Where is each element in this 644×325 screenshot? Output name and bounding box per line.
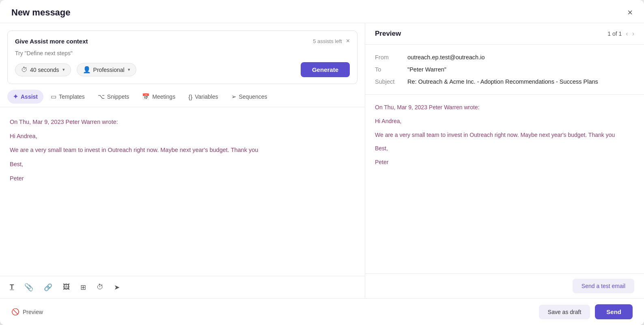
modal-body: Give Assist more context 5 assists left … xyxy=(0,23,644,298)
clock-icon: ⏱ xyxy=(21,66,28,74)
tab-templates[interactable]: ▭ Templates xyxy=(45,90,90,104)
to-row: To "Peter Warren" xyxy=(375,63,634,76)
preview-toggle-button[interactable]: 🚫 Preview xyxy=(11,308,43,316)
person-icon: 👤 xyxy=(83,66,91,74)
tab-meetings[interactable]: 📅 Meetings xyxy=(136,90,181,104)
tab-sequences-label: Sequences xyxy=(239,93,267,100)
sequences-tab-icon: ➢ xyxy=(231,93,237,100)
compose-line3: We are a very small team to invest in Ou… xyxy=(10,145,355,155)
text-format-button[interactable]: T xyxy=(8,282,15,293)
compose-format-toolbar: T 📎 🔗 🖼 ⊞ ⏱ ➤ xyxy=(0,276,365,298)
duration-label: 40 seconds xyxy=(30,67,59,73)
templates-tab-icon: ▭ xyxy=(51,93,56,100)
assist-context-box: Give Assist more context 5 assists left … xyxy=(7,30,358,84)
compose-line1: On Thu, Mar 9, 2023 Peter Warren wrote: xyxy=(10,117,355,127)
preview-title: Preview xyxy=(375,30,401,38)
next-page-button[interactable]: › xyxy=(632,30,634,37)
to-value: "Peter Warren" xyxy=(407,66,634,73)
tab-snippets[interactable]: ⌥ Snippets xyxy=(92,90,135,104)
tone-label: Professional xyxy=(93,67,125,73)
assist-controls: ⏱ 40 seconds ▾ 👤 Professional ▾ Generate xyxy=(15,62,350,77)
compose-line5: Peter xyxy=(10,173,355,184)
attach-file-button[interactable]: 📎 xyxy=(23,281,35,293)
insert-table-button[interactable]: ⊞ xyxy=(79,282,88,293)
assist-tab-icon: ✦ xyxy=(13,93,18,100)
from-value: outreach.ep.test@outreach.io xyxy=(407,54,634,61)
send-later-button[interactable]: ➤ xyxy=(112,282,121,293)
insert-image-button[interactable]: 🖼 xyxy=(61,282,71,293)
tab-sequences[interactable]: ➢ Sequences xyxy=(226,90,273,104)
duration-dropdown[interactable]: ⏱ 40 seconds ▾ xyxy=(15,63,71,76)
insert-link-button[interactable]: 🔗 xyxy=(42,282,54,293)
assist-box-header: Give Assist more context 5 assists left … xyxy=(15,37,350,45)
tab-variables[interactable]: {} Variables xyxy=(183,90,224,104)
image-icon: 🖼 xyxy=(63,283,70,291)
subject-value: Re: Outreach & Acme Inc. - Adoption Reco… xyxy=(407,78,634,85)
tab-meetings-label: Meetings xyxy=(152,93,175,100)
tab-assist-label: Assist xyxy=(21,93,38,100)
save-draft-button[interactable]: Save as draft xyxy=(539,305,590,319)
preview-line5: Peter xyxy=(375,158,634,167)
modal-header: New message × xyxy=(0,0,644,23)
compose-toolbar-tabs: ✦ Assist ▭ Templates ⌥ Snippets 📅 Meetin… xyxy=(0,84,365,107)
assists-left-container: 5 assists left × xyxy=(313,37,350,45)
preview-pagination: 1 of 1 ‹ › xyxy=(607,30,634,37)
tab-assist[interactable]: ✦ Assist xyxy=(7,90,43,104)
from-row: From outreach.ep.test@outreach.io xyxy=(375,51,634,63)
assist-context-input[interactable] xyxy=(15,50,350,56)
compose-line2: Hi Andrea, xyxy=(10,131,355,141)
compose-email-body: On Thu, Mar 9, 2023 Peter Warren wrote: … xyxy=(10,117,355,183)
duration-chevron-icon: ▾ xyxy=(62,67,65,72)
preview-meta: From outreach.ep.test@outreach.io To "Pe… xyxy=(365,45,644,95)
compose-line4: Best, xyxy=(10,159,355,169)
preview-line1: On Thu, Mar 9, 2023 Peter Warren wrote: xyxy=(375,103,634,113)
preview-toggle-label: Preview xyxy=(23,309,43,315)
tab-snippets-label: Snippets xyxy=(107,93,129,100)
link-icon: 🔗 xyxy=(44,283,52,292)
send-test-email-button[interactable]: Send a test email xyxy=(573,279,634,293)
compose-area[interactable]: On Thu, Mar 9, 2023 Peter Warren wrote: … xyxy=(0,107,365,276)
variables-tab-icon: {} xyxy=(188,93,192,100)
tone-chevron-icon: ▾ xyxy=(128,67,130,72)
new-message-modal: New message × Give Assist more context 5… xyxy=(0,0,644,325)
schedule-button[interactable]: ⏱ xyxy=(95,282,105,293)
send-button[interactable]: Send xyxy=(595,304,633,319)
modal-footer: 🚫 Preview Save as draft Send xyxy=(0,298,644,325)
close-modal-button[interactable]: × xyxy=(627,8,633,17)
tab-templates-label: Templates xyxy=(59,93,85,100)
footer-actions: Save as draft Send xyxy=(539,304,633,319)
preview-body: On Thu, Mar 9, 2023 Peter Warren wrote: … xyxy=(365,95,644,273)
preview-email-body: On Thu, Mar 9, 2023 Peter Warren wrote: … xyxy=(375,103,634,167)
prev-page-button[interactable]: ‹ xyxy=(626,30,628,37)
preview-line2: Hi Andrea, xyxy=(375,117,634,126)
table-icon: ⊞ xyxy=(80,283,86,292)
send-test-container: Send a test email xyxy=(365,273,644,298)
from-label: From xyxy=(375,54,407,61)
pagination-count: 1 of 1 xyxy=(607,30,622,37)
snippets-tab-icon: ⌥ xyxy=(98,93,105,100)
subject-label: Subject xyxy=(375,78,407,85)
schedule-icon: ⏱ xyxy=(97,283,103,291)
text-format-icon: T xyxy=(10,283,14,291)
preview-line3: We are a very small team to invest in Ou… xyxy=(375,130,634,140)
preview-panel: Preview 1 of 1 ‹ › From outreach.ep.test… xyxy=(365,23,644,298)
preview-line4: Best, xyxy=(375,144,634,154)
meetings-tab-icon: 📅 xyxy=(142,93,150,100)
assists-left-count: 5 assists left xyxy=(313,38,342,44)
subject-row: Subject Re: Outreach & Acme Inc. - Adopt… xyxy=(375,76,634,88)
assist-close-button[interactable]: × xyxy=(346,37,350,45)
generate-button[interactable]: Generate xyxy=(301,62,350,77)
to-label: To xyxy=(375,66,407,73)
send-later-icon: ➤ xyxy=(114,283,120,292)
compose-panel: Give Assist more context 5 assists left … xyxy=(0,23,365,298)
tab-variables-label: Variables xyxy=(195,93,218,100)
eye-slash-icon: 🚫 xyxy=(11,308,19,316)
preview-header: Preview 1 of 1 ‹ › xyxy=(365,23,644,45)
assist-box-title: Give Assist more context xyxy=(15,38,88,45)
modal-title: New message xyxy=(11,7,71,18)
tone-dropdown[interactable]: 👤 Professional ▾ xyxy=(77,63,136,76)
paperclip-icon: 📎 xyxy=(24,283,33,292)
